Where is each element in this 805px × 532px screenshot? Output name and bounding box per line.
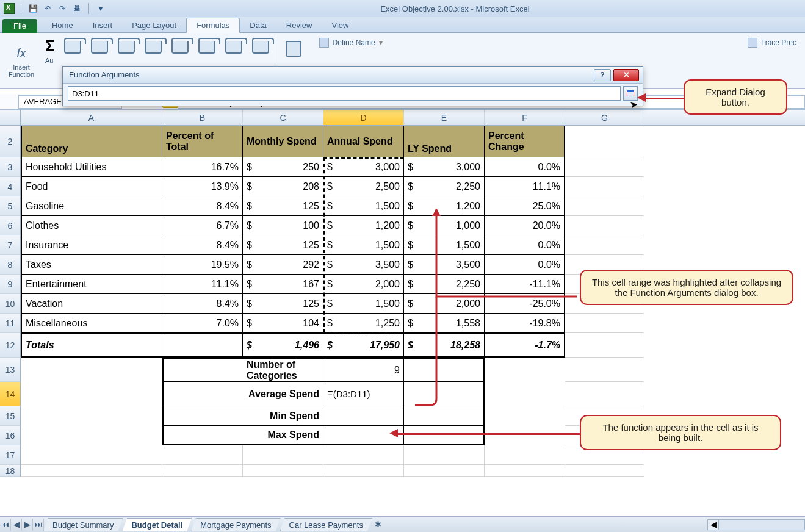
tab-insert[interactable]: Insert	[83, 18, 123, 32]
more-functions-icon[interactable]	[250, 39, 271, 56]
cell-C11[interactable]: $104	[243, 314, 323, 333]
cell-A3[interactable]: Household Utilities	[21, 157, 162, 177]
cell-E3[interactable]: $3,000	[404, 157, 485, 177]
cell-C4[interactable]: $208	[243, 177, 323, 196]
cell-C5[interactable]: $125	[243, 196, 323, 216]
cell-E8[interactable]: $3,500	[404, 255, 485, 275]
name-manager-icon[interactable]	[283, 38, 305, 60]
cell-B10[interactable]: 8.4%	[162, 294, 243, 314]
select-all-corner[interactable]	[0, 110, 21, 125]
col-C[interactable]: C	[243, 110, 323, 125]
row-6[interactable]: 6	[0, 216, 21, 235]
cell-B9[interactable]: 11.1%	[162, 275, 243, 294]
avg-spend-label[interactable]: Average Spend	[243, 382, 323, 406]
min-spend-label[interactable]: Min Spend	[243, 406, 323, 426]
define-name-button[interactable]: Define Name ▾	[316, 37, 386, 49]
totals-change[interactable]: -1.7%	[485, 333, 565, 358]
sheet-nav-next[interactable]: ▶	[22, 519, 33, 531]
tab-review[interactable]: Review	[276, 18, 322, 32]
header-category[interactable]: Category	[21, 126, 162, 157]
sheet-nav-first[interactable]: ⏮	[0, 519, 11, 531]
sheet-nav-prev[interactable]: ◀	[11, 519, 22, 531]
row-9[interactable]: 9	[0, 275, 21, 294]
recently-used-icon[interactable]	[62, 39, 83, 56]
date-time-icon[interactable]	[170, 39, 190, 56]
cell-E7[interactable]: $1,500	[404, 235, 485, 255]
col-E[interactable]: E	[404, 110, 485, 125]
row-13[interactable]: 13	[0, 358, 21, 382]
row-17[interactable]: 17	[0, 445, 21, 465]
financial-icon[interactable]	[89, 39, 110, 56]
save-icon[interactable]: 💾	[27, 3, 38, 14]
header-monthly[interactable]: Monthly Spend	[243, 126, 323, 157]
cell-C9[interactable]: $167	[243, 275, 323, 294]
avg-spend-cell[interactable]: Ξ(D3:D11)	[323, 382, 404, 406]
dialog-close-button[interactable]: ✕	[613, 69, 639, 81]
sheet-nav-last[interactable]: ⏭	[33, 519, 44, 531]
cell-F7[interactable]: 0.0%	[485, 235, 565, 255]
cell-A4[interactable]: Food	[21, 177, 162, 196]
num-cat-label[interactable]: Number of Categories	[243, 358, 323, 382]
row-4[interactable]: 4	[0, 177, 21, 196]
cell-E6[interactable]: $1,000	[404, 216, 485, 235]
cell-B8[interactable]: 19.5%	[162, 255, 243, 275]
cell-D10[interactable]: $1,500	[323, 294, 404, 314]
tab-formulas[interactable]: Formulas	[186, 18, 240, 33]
cell-F6[interactable]: 20.0%	[485, 216, 565, 235]
lookup-icon[interactable]	[197, 39, 217, 56]
cell-C7[interactable]: $125	[243, 235, 323, 255]
trace-precedents-button[interactable]: Trace Prec	[744, 37, 800, 49]
cell-A5[interactable]: Gasoline	[21, 196, 162, 216]
undo-icon[interactable]: ↶	[42, 3, 53, 14]
cell-A11[interactable]: Miscellaneous	[21, 314, 162, 333]
row-16[interactable]: 16	[0, 426, 21, 445]
row-10[interactable]: 10	[0, 294, 21, 314]
col-D[interactable]: D	[323, 110, 404, 125]
header-ly[interactable]: LY Spend	[404, 126, 485, 157]
num-cat-value[interactable]: 9	[323, 358, 404, 382]
cell-D8[interactable]: $3,500	[323, 255, 404, 275]
autosum-icon[interactable]: Σ	[45, 37, 55, 56]
header-percent-total[interactable]: Percent of Total	[162, 126, 243, 157]
redo-icon[interactable]: ↷	[57, 3, 68, 14]
text-icon[interactable]	[143, 39, 164, 56]
totals-monthly[interactable]: $1,496	[243, 333, 323, 358]
col-A[interactable]: A	[21, 110, 162, 125]
row-14[interactable]: 14	[0, 382, 21, 406]
cell-D6[interactable]: $1,200	[323, 216, 404, 235]
cell-D3[interactable]: $3,000	[323, 157, 404, 177]
cell-D7[interactable]: $1,500	[323, 235, 404, 255]
cell-A8[interactable]: Taxes	[21, 255, 162, 275]
cell-A9[interactable]: Entertainment	[21, 275, 162, 294]
tab-view[interactable]: View	[322, 18, 358, 32]
cell-F11[interactable]: -19.8%	[485, 314, 565, 333]
dialog-help-button[interactable]: ?	[594, 69, 611, 81]
cell-F9[interactable]: -11.1%	[485, 275, 565, 294]
sheet-tab-mortgage[interactable]: Mortgage Payments	[191, 518, 280, 531]
new-sheet-icon[interactable]: ✱	[372, 519, 384, 530]
insert-function-button[interactable]: fx Insert Function	[0, 33, 43, 88]
cell-B7[interactable]: 8.4%	[162, 235, 243, 255]
math-trig-icon[interactable]	[223, 39, 244, 56]
dialog-range-input[interactable]	[68, 86, 621, 101]
cell-C6[interactable]: $100	[243, 216, 323, 235]
function-arguments-dialog[interactable]: Function Arguments ? ✕	[62, 66, 643, 106]
totals-label[interactable]: Totals	[21, 333, 162, 358]
row-15[interactable]: 15	[0, 406, 21, 426]
header-annual[interactable]: Annual Spend	[323, 126, 404, 157]
cell-F3[interactable]: 0.0%	[485, 157, 565, 177]
sheet-tab-summary[interactable]: Budget Summary	[43, 518, 123, 531]
col-F[interactable]: F	[485, 110, 565, 125]
logical-icon[interactable]	[116, 39, 137, 56]
print-icon[interactable]: 🖶	[71, 3, 82, 14]
cell-E9[interactable]: $2,250	[404, 275, 485, 294]
cell-C8[interactable]: $292	[243, 255, 323, 275]
cell-F8[interactable]: 0.0%	[485, 255, 565, 275]
cell-A10[interactable]: Vacation	[21, 294, 162, 314]
cell-D9[interactable]: $2,000	[323, 275, 404, 294]
header-change[interactable]: Percent Change	[485, 126, 565, 157]
col-G[interactable]: G	[565, 110, 644, 125]
row-11[interactable]: 11	[0, 314, 21, 333]
qat-dropdown-icon[interactable]: ▾	[95, 3, 106, 14]
totals-annual[interactable]: $17,950	[323, 333, 404, 358]
